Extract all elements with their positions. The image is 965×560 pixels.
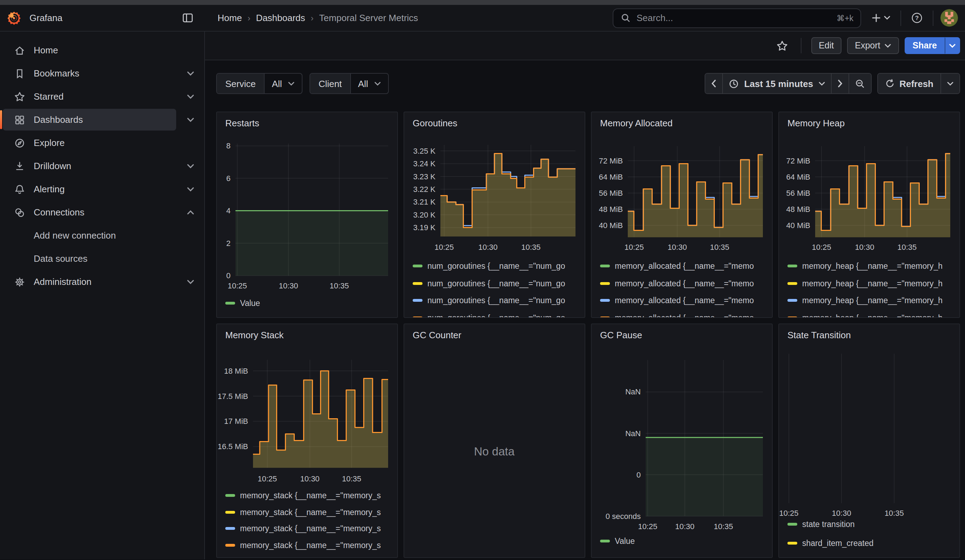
sidebar-item-starred[interactable]: Starred — [0, 85, 204, 108]
svg-text:8: 8 — [226, 141, 231, 150]
chevron-down-icon[interactable] — [187, 163, 195, 169]
legend-item[interactable]: memory_allocated {__name__="memo — [600, 295, 770, 306]
sidebar-item-label: Dashboards — [34, 114, 83, 125]
legend-series-dash — [225, 494, 235, 497]
time-shift-back-button[interactable] — [706, 73, 723, 93]
search-input[interactable]: Search... ⌘+k — [613, 8, 861, 28]
legend-series-dash — [787, 317, 797, 318]
sidebar-item-connections[interactable]: Connections — [0, 201, 204, 224]
breadcrumb-dashboards[interactable]: Dashboards — [256, 13, 305, 23]
sidebar-item-dashboards[interactable]: Dashboards — [0, 108, 204, 131]
chevron-down-icon[interactable] — [187, 117, 195, 122]
chevron-down-icon[interactable] — [187, 94, 195, 99]
svg-text:10:35: 10:35 — [521, 243, 540, 251]
legend-item[interactable]: memory_stack {__name__="memory_s — [225, 490, 396, 501]
legend-item[interactable]: state transition — [787, 519, 958, 530]
legend-item[interactable]: memory_stack {__name__="memory_s — [225, 540, 396, 551]
share-menu-chevron[interactable] — [945, 37, 960, 54]
legend-series-label: memory_stack {__name__="memory_s — [240, 508, 381, 516]
sidebar-item-bookmarks[interactable]: Bookmarks — [0, 62, 204, 85]
time-controls: Last 15 minutes — [705, 73, 960, 94]
legend-series-label: num_goroutines {__name__="num_go — [427, 279, 565, 287]
panel-title[interactable]: GC Counter — [413, 330, 461, 340]
chevron-down-icon[interactable] — [187, 186, 195, 192]
svg-text:10:35: 10:35 — [342, 474, 361, 483]
sidebar-item-explore[interactable]: Explore — [0, 131, 204, 154]
legend-series-label: memory_stack {__name__="memory_s — [240, 491, 381, 500]
legend-series-label: Value — [615, 537, 635, 545]
legend-item[interactable]: memory_allocated {__name__="memo — [600, 312, 770, 318]
legend-series-label: state transition — [802, 520, 855, 528]
panel-chart[interactable]: 0 seconds0NaNNaN10:2510:3010:35 — [592, 324, 772, 558]
panel-toggle-icon[interactable] — [179, 9, 196, 27]
client-variable: Client All — [309, 73, 388, 94]
sidebar-item-drilldown[interactable]: Drilldown — [0, 154, 204, 178]
breadcrumb-home[interactable]: Home — [218, 13, 242, 23]
chevron-down-icon[interactable] — [187, 279, 195, 284]
help-icon[interactable]: ? — [908, 9, 926, 27]
legend-series-dash — [225, 302, 235, 305]
legend-item[interactable]: shard_item_created — [787, 537, 958, 549]
legend-item[interactable]: memory_allocated {__name__="memo — [600, 278, 770, 289]
sidebar-item-highlight — [3, 155, 176, 177]
legend-item[interactable]: memory_heap {__name__="memory_h — [787, 312, 958, 318]
chevron-down-icon[interactable] — [187, 70, 195, 76]
legend-item[interactable]: num_goroutines {__name__="num_go — [413, 260, 583, 272]
svg-text:NaN: NaN — [625, 387, 641, 396]
panel-memory-allocated: Memory Allocated40 MiB48 MiB56 MiB64 MiB… — [591, 112, 772, 318]
legend-series-dash — [787, 299, 797, 302]
sidebar-subitem-data-sources[interactable]: Data sources — [0, 247, 204, 270]
service-variable-dropdown[interactable]: All — [265, 73, 302, 93]
sidebar-item-administration[interactable]: Administration — [0, 270, 204, 293]
legend-series-dash — [787, 523, 797, 526]
legend-series-label: num_goroutines {__name__="num_go — [427, 314, 565, 318]
sidebar-item-highlight — [3, 62, 176, 84]
sidebar-subitem-add-new-connection[interactable]: Add new connection — [0, 224, 204, 247]
time-shift-forward-button[interactable] — [831, 73, 849, 93]
legend-item[interactable]: num_goroutines {__name__="num_go — [413, 312, 583, 318]
zoom-out-button[interactable] — [849, 73, 870, 93]
refresh-icon — [885, 78, 895, 88]
breadcrumb-separator: › — [311, 13, 314, 23]
legend-item[interactable]: Value — [225, 297, 396, 309]
legend-item[interactable]: memory_allocated {__name__="memo — [600, 260, 770, 272]
sidebar-item-highlight — [3, 178, 176, 200]
legend-item[interactable]: Value — [600, 536, 770, 547]
legend-item[interactable]: num_goroutines {__name__="num_go — [413, 278, 583, 289]
header-actions: ? — [868, 9, 958, 27]
favorite-star-button[interactable] — [773, 37, 791, 54]
time-range-picker[interactable]: Last 15 minutes — [723, 73, 832, 93]
top-nav-bar: Grafana Home › Dashboards › Temporal Ser… — [0, 5, 965, 31]
panel-chart[interactable]: 0246810:2510:3010:35 — [217, 112, 397, 318]
legend-item[interactable]: memory_stack {__name__="memory_s — [225, 523, 396, 534]
sidebar-item-alerting[interactable]: Alerting — [0, 178, 204, 201]
svg-text:10:30: 10:30 — [667, 243, 687, 251]
panel-memory-heap: Memory Heap40 MiB48 MiB56 MiB64 MiB72 Mi… — [778, 112, 960, 318]
refresh-interval-chevron[interactable] — [941, 73, 959, 93]
legend-item[interactable]: memory_stack {__name__="memory_s — [225, 506, 396, 518]
chevron-up-icon[interactable] — [187, 209, 195, 215]
legend-item[interactable]: memory_heap {__name__="memory_h — [787, 278, 958, 289]
svg-text:18 MiB: 18 MiB — [224, 367, 248, 376]
legend-item[interactable]: num_goroutines {__name__="num_go — [413, 295, 583, 306]
svg-text:64 MiB: 64 MiB — [599, 173, 623, 181]
svg-text:0 seconds: 0 seconds — [606, 512, 641, 521]
time-range-group: Last 15 minutes — [705, 73, 872, 94]
refresh-button[interactable]: Refresh — [878, 73, 941, 93]
add-new-button[interactable] — [868, 10, 893, 26]
edit-button[interactable]: Edit — [811, 37, 841, 54]
svg-text:64 MiB: 64 MiB — [787, 173, 810, 181]
client-variable-dropdown[interactable]: All — [351, 73, 388, 93]
svg-text:2: 2 — [226, 239, 231, 248]
sidebar-item-highlight — [3, 201, 176, 223]
user-avatar[interactable] — [940, 9, 958, 27]
search-placeholder: Search... — [636, 13, 831, 23]
svg-text:4: 4 — [226, 206, 231, 215]
grafana-logo-icon — [7, 11, 21, 25]
legend-item[interactable]: memory_heap {__name__="memory_h — [787, 295, 958, 306]
svg-text:56 MiB: 56 MiB — [599, 189, 623, 198]
export-button[interactable]: Export — [847, 37, 899, 54]
share-button[interactable]: Share — [905, 37, 945, 54]
sidebar-item-home[interactable]: Home — [0, 39, 204, 62]
legend-item[interactable]: memory_heap {__name__="memory_h — [787, 260, 958, 272]
